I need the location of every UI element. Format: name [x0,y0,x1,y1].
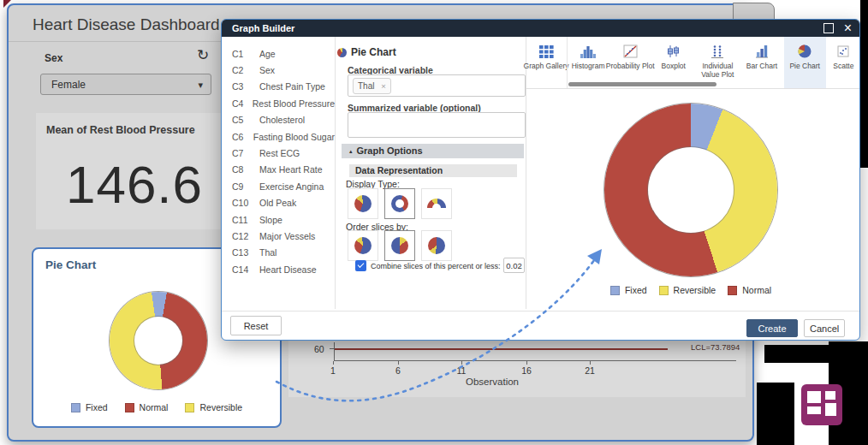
column-row[interactable]: C9Exercise Angina [222,178,335,194]
column-row[interactable]: C12Major Vessels [222,228,335,244]
column-row[interactable]: C6Fasting Blood Sugar [222,128,335,145]
legend-item: Reversible [659,285,716,295]
order-slices-option-3[interactable] [421,230,452,261]
column-id: C1 [232,49,259,59]
gallery-item-label: Individual Value Plot [695,62,740,80]
black-artifact [764,345,833,363]
column-name: Exercise Angina [259,181,324,192]
dashboard-title: Heart Disease Dashboard [33,15,220,34]
order-slices-option-2[interactable] [384,230,415,261]
control-chart-xaxis [334,360,736,361]
boxplot-icon [667,43,681,60]
display-type-option-1[interactable] [348,188,378,219]
column-row[interactable]: C14Heart Disease [222,261,335,277]
gallery-item-pie-chart[interactable]: Pie Chart [784,37,826,88]
legend-label: Fixed [86,402,108,412]
control-chart-xtick-label: 6 [388,365,408,376]
column-row[interactable]: C11Slope [222,211,335,228]
column-id: C4 [232,98,253,109]
maximize-icon[interactable] [823,23,834,33]
control-chart-xtickmark [526,361,527,365]
gallery-item-boxplot[interactable]: Boxplot [651,37,695,88]
column-row[interactable]: C13Thal [222,245,335,261]
gallery-item-histogram[interactable]: Histogram [567,37,609,88]
summarized-variable-field[interactable] [348,112,526,138]
display-type-option-3[interactable] [421,188,452,219]
variable-chip-label: Thal [358,81,374,91]
column-id: C3 [232,81,259,92]
gallery-item-label: Pie Chart [789,62,819,71]
legend-label: Reversible [199,402,242,412]
gallery-item-label: Probability Plot [606,62,655,71]
dashboard-donut-chart [110,292,207,389]
graph-gallery-icon [539,43,554,60]
gallery-item-label: Boxplot [662,62,686,71]
control-chart-xtickmark [333,361,334,365]
column-id: C10 [232,198,259,208]
close-icon[interactable]: × [844,20,852,37]
column-row[interactable]: C7Rest ECG [222,145,335,161]
gallery-item-label: Scatte [833,62,853,71]
order-slices-options [348,230,452,261]
control-chart-xtick-label: 16 [516,365,537,376]
legend-item: Reversible [185,402,242,412]
corner-artifact [3,0,11,8]
order-slices-option-1[interactable] [348,230,378,261]
legend-swatch [610,286,620,295]
column-name: Rest Blood Pressure [253,98,335,109]
legend-swatch [71,403,80,412]
display-type-option-2[interactable] [384,188,415,219]
reset-button[interactable]: Reset [230,316,282,335]
column-id: C11 [232,215,259,225]
variable-chip[interactable]: Thal × [353,78,391,94]
column-row[interactable]: C2Sex [222,62,335,78]
gallery-scrollbar[interactable] [568,82,716,86]
gallery-item-scatte[interactable]: Scatte [826,37,860,88]
legend-swatch [659,286,669,295]
workspace-logo-icon [801,384,842,425]
chevron-down-icon: ▾ [198,74,203,96]
gallery-item-individual-value-plot[interactable]: Individual Value Plot [695,37,740,88]
column-row[interactable]: C4Rest Blood Pressure [222,95,335,111]
black-artifact [860,0,868,168]
column-row[interactable]: C3Chest Pain Type [222,79,335,95]
column-id: C7 [232,148,259,158]
control-chart-ytickmark [330,348,334,349]
column-row[interactable]: C8Max Heart Rate [222,162,335,178]
control-chart-xtick-label: 11 [451,365,472,376]
sex-select[interactable]: Female ▾ [40,74,211,95]
control-chart-xtick-label: 21 [580,365,600,376]
control-chart-xlabel: Observation [454,377,531,387]
gallery-item-bar-chart[interactable]: Bar Chart [740,37,783,88]
combine-threshold-input[interactable] [503,258,525,273]
column-row[interactable]: C5Cholesterol [222,112,335,128]
column-name: Chest Pain Type [259,81,325,92]
create-button[interactable]: Create [746,319,798,337]
order-slices-option3-icon [428,237,445,254]
control-chart-lcl-line [335,348,668,350]
column-row[interactable]: C1Age [222,45,335,62]
remove-chip-icon[interactable]: × [381,81,386,91]
order-slices-default-icon [354,237,372,254]
column-id: C13 [232,247,259,258]
column-name: Cholesterol [259,115,305,125]
graph-options-header[interactable]: ▴Graph Options [342,144,524,158]
combine-slices-checkbox[interactable] [355,260,366,271]
legend-label: Normal [140,402,169,412]
control-chart-xtickmark [398,361,399,365]
column-name: Heart Disease [259,264,317,275]
refresh-icon[interactable]: ↻ [197,46,209,64]
cancel-button[interactable]: Cancel [804,319,845,337]
categorical-variable-field[interactable]: Thal × [348,74,526,97]
column-name: Sex [259,65,275,75]
column-name: Thal [259,247,276,258]
sex-filter-label: Sex [45,52,62,64]
pie-donut-icon [391,195,408,212]
histogram-icon [580,43,596,60]
gallery-item-probability-plot[interactable]: Probability Plot [609,37,651,88]
dialog-titlebar[interactable]: Graph Builder × [222,20,859,37]
column-row[interactable]: C10Old Peak [222,195,335,211]
gallery-item-graph-gallery[interactable]: Graph Gallery [526,37,567,88]
legend-item: Normal [728,285,771,295]
graph-builder-dialog: Graph Builder × C1AgeC2SexC3Chest Pain T… [221,19,860,341]
